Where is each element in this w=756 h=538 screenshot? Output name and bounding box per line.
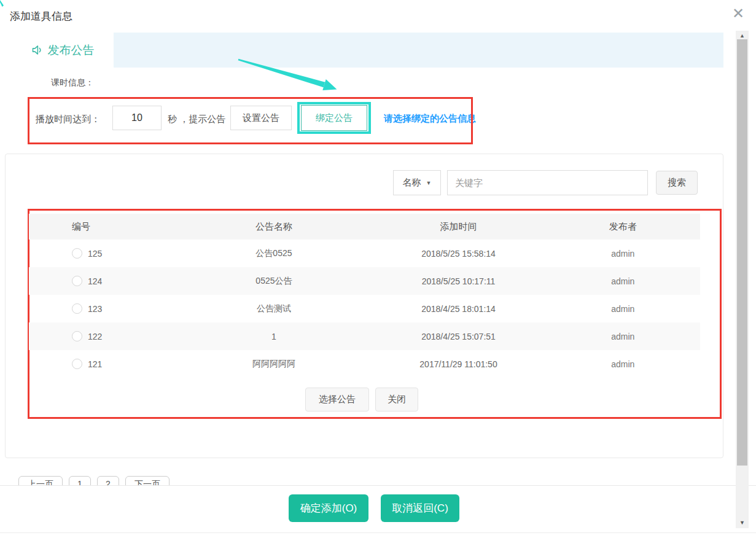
pagination: 上一页 1 2 下一页 (0, 476, 756, 485)
search-button[interactable]: 搜索 (656, 171, 698, 195)
tab-publish-announcement[interactable]: 发布公告 (11, 33, 114, 68)
row-radio[interactable] (72, 303, 82, 314)
row-publisher: admin (546, 359, 700, 369)
row-name: 0525公告 (176, 276, 371, 287)
bottom-divider (0, 532, 756, 533)
table-row[interactable]: 124 0525公告 2018/5/25 10:17:11 admin (29, 267, 700, 295)
bind-announcement-button[interactable]: 绑定公告 (301, 105, 367, 131)
header-name: 公告名称 (176, 221, 371, 233)
prev-page-button[interactable]: 上一页 (18, 476, 63, 485)
row-radio[interactable] (72, 276, 82, 286)
row-time: 2018/4/25 15:07:51 (371, 332, 545, 341)
tab-bar: 发布公告 (11, 33, 723, 68)
next-page-button[interactable]: 下一页 (125, 476, 170, 485)
row-name: 公告测试 (176, 303, 371, 314)
search-field-value: 名称 (403, 177, 421, 189)
header-time: 添加时间 (371, 221, 545, 233)
scrollbar-down-icon[interactable]: ▼ (736, 518, 749, 527)
table-row[interactable]: 121 阿阿阿阿阿 2017/11/29 11:01:50 admin (29, 350, 700, 378)
close-icon[interactable]: ✕ (732, 6, 744, 21)
row-radio[interactable] (72, 331, 82, 341)
row-radio[interactable] (72, 248, 82, 259)
header-id: 编号 (29, 221, 176, 233)
viewport-divider (0, 485, 756, 486)
scrollbar-thumb[interactable] (737, 39, 747, 466)
table-row[interactable]: 122 1 2018/4/25 15:07:51 admin (29, 322, 700, 350)
row-time: 2018/4/25 18:01:14 (371, 304, 545, 314)
row-id: 122 (88, 332, 102, 341)
header-publisher: 发布者 (546, 221, 700, 233)
row-publisher: admin (546, 332, 700, 341)
table-row[interactable]: 123 公告测试 2018/4/25 18:01:14 admin (29, 295, 700, 322)
table-body: 125 公告0525 2018/5/25 15:58:14 admin 124 … (29, 240, 700, 378)
row-name: 阿阿阿阿阿 (176, 359, 371, 370)
tab-label: 发布公告 (48, 42, 95, 58)
row-publisher: admin (546, 276, 700, 286)
row-publisher: admin (546, 304, 700, 314)
page-1-button[interactable]: 1 (69, 476, 91, 485)
annotation-arrow-head (322, 79, 337, 90)
chevron-down-icon: ▼ (426, 180, 432, 186)
row-id: 124 (88, 276, 102, 286)
cancel-return-button[interactable]: 取消返回(C) (381, 494, 459, 522)
page-2-button[interactable]: 2 (97, 476, 119, 485)
row-name: 1 (176, 332, 371, 341)
search-field-select[interactable]: 名称 ▼ (393, 170, 441, 195)
scrollbar-up-icon[interactable]: ▲ (736, 31, 749, 40)
row-time: 2017/11/29 11:01:50 (371, 359, 545, 369)
row-radio[interactable] (72, 359, 82, 369)
page-title: 添加道具信息 (10, 9, 72, 23)
confirm-add-button[interactable]: 确定添加(O) (289, 494, 368, 522)
select-announcement-button[interactable]: 选择公告 (305, 388, 369, 411)
row-id: 123 (88, 304, 102, 314)
row-time: 2018/5/25 15:58:14 (371, 249, 545, 259)
row-time: 2018/5/25 10:17:11 (371, 276, 545, 286)
cyan-highlight-box: 绑定公告 (297, 102, 371, 134)
table-row[interactable]: 125 公告0525 2018/5/25 15:58:14 admin (29, 240, 700, 267)
red-annotation-box-config (28, 97, 473, 144)
row-name: 公告0525 (176, 248, 371, 259)
table-header: 编号 公告名称 添加时间 发布者 (29, 214, 700, 240)
row-publisher: admin (546, 249, 700, 259)
keyword-input[interactable] (447, 170, 648, 195)
close-table-button[interactable]: 关闭 (375, 388, 418, 411)
corner-mark (0, 0, 4, 7)
lesson-info-label: 课时信息： (51, 77, 94, 88)
row-id: 125 (88, 249, 102, 259)
row-id: 121 (88, 359, 102, 369)
speaker-icon (31, 44, 44, 57)
